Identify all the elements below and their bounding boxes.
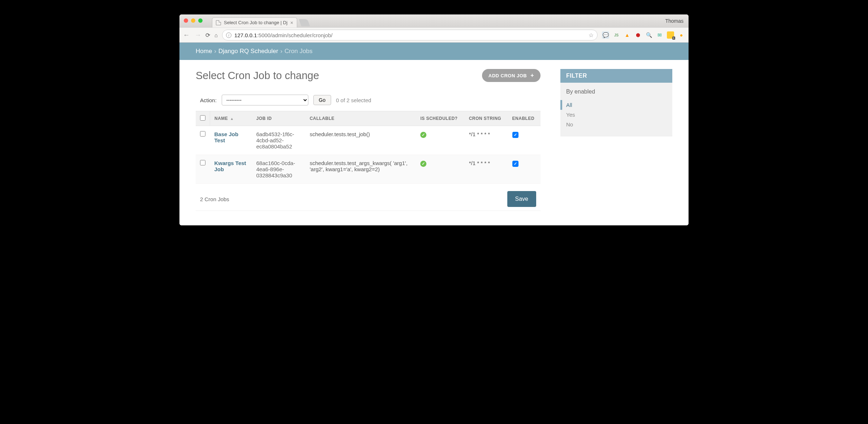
breadcrumb-current: Cron Jobs — [285, 48, 312, 55]
window-controls — [184, 18, 203, 23]
header-row: Select Cron Job to change ADD CRON JOB + — [196, 69, 541, 82]
tab-title: Select Cron Job to change | Dj — [224, 20, 287, 25]
row-name-link[interactable]: Base Job Test — [210, 126, 252, 155]
reload-button[interactable]: ⟳ — [205, 32, 210, 39]
action-select[interactable]: --------- — [222, 95, 308, 105]
check-icon: ✓ — [420, 161, 426, 167]
row-callable: scheduler.tests.test_job() — [305, 126, 416, 155]
browser-tab[interactable]: Select Cron Job to change | Dj × — [212, 17, 297, 27]
extension-icon[interactable]: 🔍 — [645, 31, 652, 39]
table-footer: 2 Cron Jobs Save — [196, 184, 541, 211]
close-icon[interactable] — [184, 18, 188, 23]
save-button[interactable]: Save — [507, 191, 536, 207]
row-scheduled: ✓ — [416, 126, 464, 155]
header-callable[interactable]: CALLABLE — [305, 111, 416, 126]
extension-icon[interactable]: 1 — [667, 31, 674, 39]
maximize-icon[interactable] — [198, 18, 203, 23]
rss-icon[interactable]: ▲ — [624, 31, 631, 39]
profile-name[interactable]: Thomas — [665, 18, 683, 24]
checkbox-checked-icon[interactable]: ✓ — [512, 132, 518, 138]
address-bar[interactable]: i 127.0.0.1:5000/admin/scheduler/cronjob… — [222, 30, 598, 40]
table-row: Kwargs Test Job68ac160c-0cda-4ea6-896e-0… — [196, 155, 541, 184]
extension-icons: 💬 JS ▲ ⬢ 🔍 ✉ 1 ● — [602, 31, 685, 39]
url-path: /admin/scheduler/cronjob/ — [270, 32, 333, 38]
row-callable: scheduler.tests.test_args_kwargs( 'arg1'… — [305, 155, 416, 184]
header-enabled[interactable]: ENABLED — [508, 111, 541, 126]
row-enabled: ✓ — [508, 126, 541, 155]
check-icon: ✓ — [420, 132, 426, 138]
nav-arrows: ← → — [183, 31, 201, 39]
action-bar: Action: --------- Go 0 of 2 selected — [196, 95, 541, 105]
table-header-row: NAME▲ JOB ID CALLABLE IS SCHEDULED? CRON… — [196, 111, 541, 126]
back-button[interactable]: ← — [183, 31, 190, 39]
header-scheduled[interactable]: IS SCHEDULED? — [416, 111, 464, 126]
new-tab-button[interactable] — [299, 19, 310, 26]
breadcrumb: Home › Django RQ Scheduler › Cron Jobs — [179, 43, 689, 60]
page-content: Home › Django RQ Scheduler › Cron Jobs S… — [179, 43, 689, 225]
titlebar: Select Cron Job to change | Dj × Thomas — [179, 14, 689, 27]
extension-icon[interactable]: JS — [613, 31, 620, 39]
add-cron-job-button[interactable]: ADD CRON JOB + — [482, 69, 541, 82]
forward-button: → — [195, 31, 201, 39]
row-cron: */1 * * * * — [465, 155, 508, 184]
browser-window: Select Cron Job to change | Dj × Thomas … — [179, 14, 689, 225]
page-title: Select Cron Job to change — [196, 70, 319, 82]
header-cron[interactable]: CRON STRING — [465, 111, 508, 126]
row-job-id: 68ac160c-0cda-4ea6-896e-0328843c9a30 — [252, 155, 305, 184]
browser-toolbar: ← → ⟳ ⌂ i 127.0.0.1:5000/admin/scheduler… — [179, 27, 689, 43]
header-name[interactable]: NAME▲ — [210, 111, 252, 126]
tab-close-icon[interactable]: × — [290, 20, 293, 26]
row-count: 2 Cron Jobs — [200, 196, 229, 202]
go-button[interactable]: Go — [313, 95, 331, 105]
checkbox-checked-icon[interactable]: ✓ — [512, 161, 518, 167]
row-enabled: ✓ — [508, 155, 541, 184]
action-label: Action: — [200, 97, 217, 103]
row-checkbox[interactable] — [200, 131, 205, 137]
results-table: NAME▲ JOB ID CALLABLE IS SCHEDULED? CRON… — [196, 111, 541, 184]
breadcrumb-app[interactable]: Django RQ Scheduler — [218, 48, 278, 55]
filter-sidebar: FILTER By enabled AllYesNo — [560, 69, 672, 137]
minimize-icon[interactable] — [191, 18, 195, 23]
breadcrumb-home[interactable]: Home — [196, 48, 212, 55]
extension-icon[interactable]: 💬 — [602, 31, 609, 39]
breadcrumb-sep: › — [280, 48, 282, 55]
sort-asc-icon: ▲ — [230, 117, 234, 121]
add-button-label: ADD CRON JOB — [489, 73, 527, 78]
select-all-checkbox[interactable] — [200, 115, 205, 121]
row-job-id: 6adb4532-1f6c-4cbd-ad52-ec8a0804ba52 — [252, 126, 305, 155]
table-row: Base Job Test6adb4532-1f6c-4cbd-ad52-ec8… — [196, 126, 541, 155]
url-port: :5000 — [257, 32, 271, 38]
bookmark-icon[interactable]: ☆ — [589, 32, 594, 39]
row-name-link[interactable]: Kwargs Test Job — [210, 155, 252, 184]
filter-options: AllYesNo — [566, 100, 672, 129]
ublock-icon[interactable]: ⬢ — [634, 31, 642, 39]
filter-by-label: By enabled — [566, 88, 672, 95]
mail-icon[interactable]: ✉ — [656, 31, 663, 39]
site-info-icon[interactable]: i — [226, 33, 231, 38]
row-scheduled: ✓ — [416, 155, 464, 184]
filter-option[interactable]: All — [560, 100, 672, 110]
main-column: Select Cron Job to change ADD CRON JOB +… — [196, 69, 541, 211]
filter-option[interactable]: No — [566, 120, 672, 129]
row-cron: */1 * * * * — [465, 126, 508, 155]
row-checkbox[interactable] — [200, 160, 205, 165]
header-job-id[interactable]: JOB ID — [252, 111, 305, 126]
filter-heading: FILTER — [560, 69, 672, 83]
header-checkbox-cell — [196, 111, 210, 126]
filter-option[interactable]: Yes — [566, 110, 672, 120]
content: Select Cron Job to change ADD CRON JOB +… — [179, 60, 689, 225]
breadcrumb-sep: › — [214, 48, 216, 55]
selection-count: 0 of 2 selected — [336, 97, 372, 103]
home-button[interactable]: ⌂ — [214, 32, 218, 38]
page-icon — [216, 20, 221, 25]
filter-body: By enabled AllYesNo — [560, 83, 672, 137]
url-text: 127.0.0.1:5000/admin/scheduler/cronjob/ — [234, 32, 333, 38]
plus-icon: + — [530, 72, 534, 79]
tabstrip: Select Cron Job to change | Dj × — [212, 14, 309, 27]
url-host: 127.0.0.1 — [234, 32, 257, 38]
extension-icon[interactable]: ● — [678, 31, 685, 39]
